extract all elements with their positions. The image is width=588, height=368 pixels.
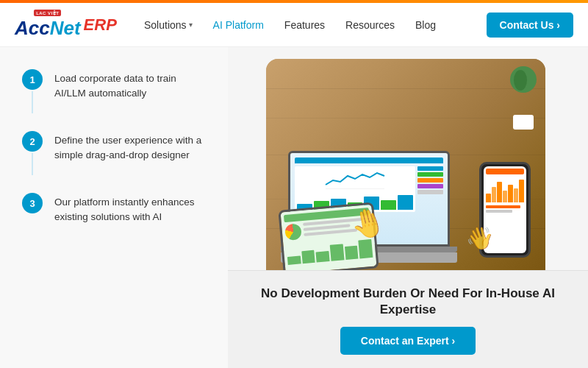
hero-image-panel: 🤚 👋	[228, 47, 588, 270]
logo-net: Net	[50, 17, 81, 40]
step-3: 3 Our platform instantly enhances existi…	[22, 193, 206, 243]
bottom-cta-section: No Development Burden Or Need For In-Hou…	[228, 270, 588, 368]
hand-right-illustration: 👋	[465, 222, 496, 252]
nav-item-solutions[interactable]: Solutions ▾	[135, 15, 201, 35]
chevron-down-icon: ▾	[189, 21, 193, 29]
step-text-2: Define the user experience with a simple…	[54, 131, 206, 163]
contact-us-button[interactable]: Contact Us ›	[487, 13, 573, 38]
contact-expert-button[interactable]: Contact an Expert ›	[340, 327, 476, 355]
step-text-3: Our platform instantly enhances existing…	[54, 193, 206, 225]
step-text-1: Load corporate data to train AI/LLM auto…	[54, 69, 206, 102]
step-number-2: 2	[22, 131, 43, 152]
plant-decoration	[509, 66, 538, 103]
step-1: 1 Load corporate data to train AI/LLM au…	[22, 69, 206, 131]
navbar: LAC VIỆT AccNet ERP Solutions ▾ AI Platf…	[0, 3, 588, 47]
logo-badge: LAC VIỆT	[34, 10, 61, 16]
nav-item-blog[interactable]: Blog	[406, 15, 445, 35]
nav-item-features[interactable]: Features	[276, 15, 334, 35]
step-number-1: 1	[22, 69, 43, 90]
nav-item-ai-platform[interactable]: AI Platform	[204, 15, 273, 35]
left-panel: 1 Load corporate data to train AI/LLM au…	[0, 47, 228, 368]
bottom-headline: No Development Burden Or Need For In-Hou…	[243, 286, 573, 318]
nav-item-resources[interactable]: Resources	[337, 15, 404, 35]
step-number-3: 3	[22, 193, 43, 213]
logo: LAC VIỆT AccNet ERP	[15, 10, 118, 40]
step-2: 2 Define the user experience with a simp…	[22, 131, 206, 193]
nav-links: Solutions ▾ AI Platform Features Resourc…	[135, 15, 487, 35]
device-mockup: 🤚 👋	[266, 59, 545, 270]
logo-acc: Acc	[15, 17, 50, 40]
logo-erp: ERP	[84, 15, 117, 35]
steps-list: 1 Load corporate data to train AI/LLM au…	[22, 69, 206, 243]
